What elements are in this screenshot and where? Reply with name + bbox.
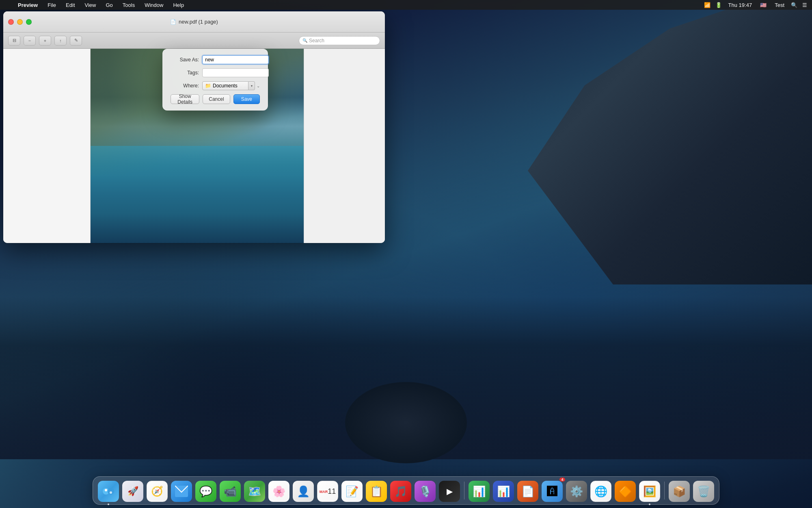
where-dropdown-arrow[interactable]: ▾ <box>248 81 255 90</box>
launchpad-icon: 🚀 <box>122 481 143 502</box>
pages-icon: 📄 <box>517 481 538 502</box>
where-label: Where: <box>171 83 199 89</box>
dock-item-photos[interactable]: 🌸 <box>268 479 290 502</box>
system-prefs-icon: ⚙️ <box>566 481 587 502</box>
share-button[interactable]: ↑ <box>54 36 67 46</box>
close-button[interactable] <box>8 19 14 25</box>
expand-chevron[interactable]: ⌄ <box>257 84 260 88</box>
menu-tools[interactable]: Tools <box>121 2 136 8</box>
dock-item-finder[interactable] <box>97 479 120 502</box>
tags-input[interactable] <box>202 68 269 77</box>
dock-item-preview[interactable]: 🖼️ <box>638 479 661 502</box>
search-placeholder: Search <box>309 38 324 43</box>
zoom-out-button[interactable]: − <box>24 36 36 46</box>
save-as-row: Save As: <box>171 55 260 64</box>
appletv-icon: ▶ <box>439 481 460 502</box>
menu-go[interactable]: Go <box>104 2 114 8</box>
chrome-icon: 🌐 <box>590 481 611 502</box>
sidebar-panel <box>3 49 91 243</box>
safari-icon: 🧭 <box>147 481 168 502</box>
dock-item-calendar[interactable]: MAR 11 <box>316 479 339 502</box>
search-icon: 🔍 <box>302 38 307 43</box>
appstore-icon: 🅰 <box>542 481 563 502</box>
reminders-icon: 📝 <box>341 481 363 502</box>
keynote-icon: 📊 <box>493 481 514 502</box>
flag-icon: 🇺🇸 <box>758 2 768 8</box>
dock-item-contacts[interactable]: 👤 <box>292 479 315 502</box>
toolbar-search-field[interactable]: 🔍 Search <box>299 36 380 45</box>
window-title-text: new.pdf (1 page) <box>179 19 218 25</box>
menu-edit[interactable]: Edit <box>64 2 76 8</box>
rock-island-decoration <box>345 382 467 463</box>
menu-view[interactable]: View <box>83 2 98 8</box>
annotate-button[interactable]: ✎ <box>70 36 82 46</box>
dock-item-system-prefs[interactable]: ⚙️ <box>565 479 588 502</box>
right-panel <box>304 49 385 243</box>
notes-icon: 📋 <box>366 481 387 502</box>
sidebar-toggle-button[interactable]: ⊟ <box>8 36 20 46</box>
where-select[interactable]: 📁 Documents <box>202 81 248 90</box>
spotlight-icon[interactable]: 🔍 <box>791 2 797 8</box>
menu-help[interactable]: Help <box>171 2 186 8</box>
svg-point-2 <box>105 489 107 491</box>
zoom-in-button[interactable]: + <box>39 36 51 46</box>
share-icon: ↑ <box>59 38 62 43</box>
battery-icon[interactable]: 🔋 <box>715 2 722 8</box>
dock-item-pages[interactable]: 📄 <box>516 479 539 502</box>
dock-item-reminders[interactable]: 📝 <box>341 479 363 502</box>
dock-item-vlc[interactable]: 🔶 <box>614 479 637 502</box>
messages-icon: 💬 <box>195 481 216 502</box>
dock-item-trash[interactable]: 🗑️ <box>692 479 715 502</box>
water-overlay <box>91 146 304 243</box>
dock-item-maps[interactable]: 🗺️ <box>243 479 266 502</box>
dock-item-stack[interactable]: 📦 <box>668 479 691 502</box>
save-dialog: Save As: Tags: Where: 📁 Documents ▾ ⌄ Sh… <box>162 49 268 111</box>
photos-icon: 🌸 <box>268 481 289 502</box>
dock-item-podcasts[interactable]: 🎙️ <box>414 479 436 502</box>
preview-window: 📄 new.pdf (1 page) ⊟ − + ↑ ✎ 🔍 Search <box>3 11 385 243</box>
tags-row: Tags: <box>171 68 260 77</box>
dock-item-messages[interactable]: 💬 <box>194 479 217 502</box>
save-as-label: Save As: <box>171 57 199 63</box>
svg-point-3 <box>110 491 112 494</box>
show-details-button[interactable]: Show Details <box>171 94 199 104</box>
menu-window[interactable]: Window <box>143 2 165 8</box>
wifi-icon[interactable]: 📶 <box>704 2 710 8</box>
cancel-button[interactable]: Cancel <box>203 94 230 104</box>
save-as-input[interactable] <box>202 55 269 64</box>
maximize-button[interactable] <box>26 19 32 25</box>
sidebar-toggle-icon: ⊟ <box>13 38 16 43</box>
dock-item-keynote[interactable]: 📊 <box>492 479 515 502</box>
dock-separator <box>464 482 464 499</box>
numbers-icon: 📊 <box>469 481 490 502</box>
menu-file[interactable]: File <box>46 2 58 8</box>
username: Test <box>773 2 786 8</box>
dock-item-music[interactable]: 🎵 <box>389 479 412 502</box>
dock-item-appstore[interactable]: 🅰 4 <box>541 479 564 502</box>
dock-item-mail[interactable] <box>170 479 193 502</box>
control-center-icon[interactable]: ☰ <box>802 2 807 8</box>
save-button[interactable]: Save <box>233 94 260 104</box>
window-toolbar: ⊟ − + ↑ ✎ 🔍 Search <box>3 33 385 49</box>
preview-running-dot <box>649 504 650 505</box>
dock-item-chrome[interactable]: 🌐 <box>590 479 612 502</box>
dock: 🚀 🧭 💬 📹 🗺️ 🌸 👤 MAR 11 📝 📋 🎵 <box>93 476 719 505</box>
music-icon: 🎵 <box>390 481 411 502</box>
vlc-icon: 🔶 <box>615 481 636 502</box>
menu-bar-right: 📶 🔋 Thu 19:47 🇺🇸 Test 🔍 ☰ <box>704 2 807 8</box>
contacts-icon: 👤 <box>293 481 314 502</box>
zoom-in-icon: + <box>44 38 46 43</box>
minimize-button[interactable] <box>17 19 23 25</box>
dock-item-launchpad[interactable]: 🚀 <box>121 479 144 502</box>
dock-item-notes[interactable]: 📋 <box>365 479 388 502</box>
menu-bar-left: Preview File Edit View Go Tools Window H… <box>5 2 186 8</box>
folder-icon: 📁 <box>205 83 211 89</box>
app-name[interactable]: Preview <box>16 2 39 8</box>
dock-item-numbers[interactable]: 📊 <box>468 479 490 502</box>
dock-item-facetime[interactable]: 📹 <box>219 479 242 502</box>
window-title: 📄 new.pdf (1 page) <box>170 19 218 25</box>
stack-icon: 📦 <box>669 481 690 502</box>
trash-icon: 🗑️ <box>693 481 714 502</box>
dock-item-appletv[interactable]: ▶ <box>438 479 461 502</box>
dock-item-safari[interactable]: 🧭 <box>146 479 168 502</box>
